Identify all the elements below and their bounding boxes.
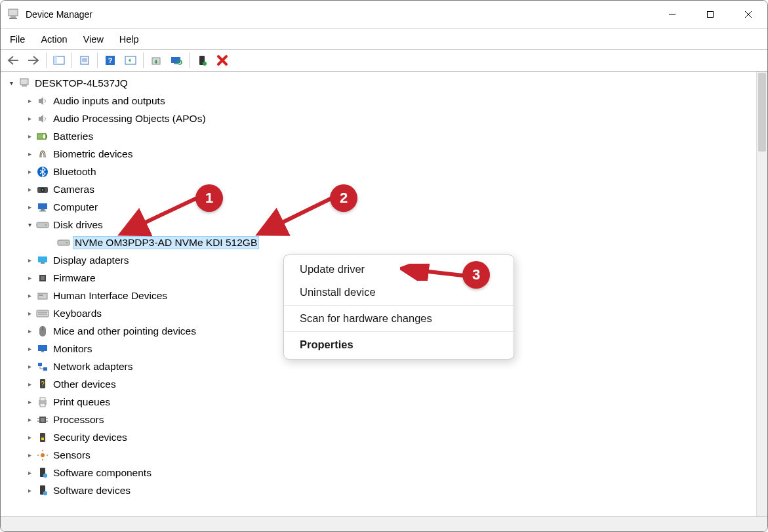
tree-category-label: Other devices (52, 379, 117, 390)
chevron-right-icon[interactable]: ▸ (24, 345, 35, 352)
chevron-right-icon[interactable]: ▸ (24, 363, 35, 370)
update-driver-button[interactable] (146, 51, 166, 70)
action-button[interactable] (121, 51, 140, 70)
chevron-right-icon[interactable]: ▸ (24, 310, 35, 317)
chevron-right-icon[interactable]: ▸ (24, 434, 35, 441)
tree-category[interactable]: ▸Audio Processing Objects (APOs) (1, 110, 756, 127)
back-button[interactable] (3, 51, 23, 70)
vertical-scrollbar[interactable] (756, 72, 767, 516)
menu-file[interactable]: File (2, 31, 33, 47)
svg-rect-50 (41, 351, 44, 352)
menu-help[interactable]: Help (111, 31, 147, 47)
chevron-right-icon[interactable]: ▸ (24, 451, 35, 459)
tree-category[interactable]: ▸Software devices (1, 481, 756, 499)
tree-category[interactable]: ▸Security devices (1, 428, 756, 446)
help-button[interactable]: ? (100, 51, 120, 70)
app-icon (7, 8, 20, 21)
svg-rect-59 (41, 418, 45, 422)
cpu-icon (36, 413, 49, 426)
minimize-button[interactable] (653, 1, 691, 28)
svg-point-29 (42, 189, 44, 191)
menu-view[interactable]: View (75, 31, 111, 47)
keyboard-icon (36, 307, 49, 320)
chevron-right-icon[interactable]: ▸ (24, 274, 35, 281)
uninstall-device-button[interactable] (212, 51, 232, 70)
annotation-badge: 1 (195, 184, 223, 212)
tree-category-label: Print queues (52, 396, 111, 408)
firmware-icon (36, 272, 49, 285)
forward-button[interactable] (24, 51, 43, 70)
tree-category-label: Audio Processing Objects (APOs) (52, 113, 207, 125)
chevron-right-icon[interactable]: ▸ (24, 133, 35, 140)
tree-category[interactable]: ▸Batteries (1, 127, 756, 145)
tree-category[interactable]: ▸Audio inputs and outputs (1, 92, 756, 110)
tree-category-label: Processors (52, 414, 106, 426)
tree-category[interactable]: ▸Network adapters (1, 358, 756, 375)
chevron-right-icon[interactable]: ▸ (24, 97, 35, 104)
context-menu-item[interactable]: Properties (284, 333, 514, 356)
svg-rect-31 (41, 209, 45, 211)
chevron-right-icon[interactable]: ▸ (24, 380, 35, 388)
tree-category-label: Security devices (52, 432, 129, 443)
other-icon: ? (36, 378, 49, 391)
properties-button[interactable] (75, 51, 94, 70)
context-menu-separator (285, 331, 513, 332)
tree-category[interactable]: ▸Biometric devices (1, 145, 756, 163)
tree-category[interactable]: ▸Processors (1, 411, 756, 428)
chevron-right-icon[interactable]: ▸ (24, 150, 35, 157)
chevron-right-icon[interactable]: ▸ (24, 203, 35, 211)
tree-category[interactable]: ▸Software components (1, 464, 756, 481)
chevron-right-icon[interactable]: ▸ (24, 327, 35, 335)
mouse-icon (36, 325, 49, 338)
svg-rect-25 (38, 134, 43, 138)
context-menu-item[interactable]: Scan for hardware changes (284, 307, 514, 330)
chevron-right-icon[interactable]: ▸ (24, 186, 35, 193)
svg-rect-21 (20, 79, 28, 85)
svg-point-68 (43, 473, 47, 477)
speaker-icon (36, 112, 49, 125)
show-hide-console-button[interactable] (49, 51, 69, 70)
printer-icon (36, 396, 49, 409)
close-button[interactable] (729, 1, 767, 28)
svg-line-71 (125, 198, 197, 232)
scroll-thumb[interactable] (758, 73, 766, 152)
enable-device-button[interactable] (192, 51, 212, 70)
chevron-right-icon[interactable]: ▸ (24, 398, 35, 405)
tree-category[interactable]: ▸Cameras (1, 180, 756, 198)
scan-hardware-button[interactable] (167, 51, 186, 70)
svg-rect-30 (38, 203, 47, 209)
tree-category-label: Software components (52, 467, 153, 479)
svg-rect-0 (9, 9, 18, 16)
tree-root[interactable]: ▾DESKTOP-4L537JQ (1, 74, 756, 92)
tree-category[interactable]: ▸Sensors (1, 446, 756, 464)
chevron-right-icon[interactable]: ▸ (24, 469, 35, 476)
menu-action[interactable]: Action (33, 31, 75, 47)
tree-category[interactable]: ▸Print queues (1, 393, 756, 411)
tree-category-label: Monitors (52, 343, 93, 355)
tree-category[interactable]: ▾Disk drives (1, 216, 756, 234)
tree-category[interactable]: ▸Bluetooth (1, 163, 756, 180)
maximize-button[interactable] (691, 1, 729, 28)
chevron-down-icon[interactable]: ▾ (24, 221, 35, 228)
svg-rect-43 (41, 295, 43, 296)
svg-rect-65 (41, 438, 44, 440)
chevron-down-icon[interactable]: ▾ (6, 79, 16, 87)
software-icon (36, 484, 49, 497)
tree-device-label: NVMe OM3PDP3-AD NVMe KDI 512GB (73, 236, 259, 249)
hid-icon (36, 289, 49, 302)
chevron-right-icon[interactable]: ▸ (24, 292, 35, 299)
svg-rect-4 (708, 12, 714, 18)
tree-root-label: DESKTOP-4L537JQ (33, 77, 129, 89)
svg-text:?: ? (41, 380, 45, 388)
tree-category[interactable]: ▸?Other devices (1, 375, 756, 393)
chevron-right-icon[interactable]: ▸ (24, 168, 35, 175)
chevron-right-icon[interactable]: ▸ (24, 416, 35, 423)
svg-point-66 (41, 453, 45, 457)
chevron-right-icon[interactable]: ▸ (24, 115, 35, 122)
tree-category-label: Display adapters (52, 255, 130, 266)
tree-category[interactable]: ▸Computer (1, 198, 756, 216)
chevron-right-icon[interactable]: ▸ (24, 256, 35, 264)
tree-device[interactable]: NVMe OM3PDP3-AD NVMe KDI 512GB (1, 234, 756, 251)
chevron-right-icon[interactable]: ▸ (24, 487, 35, 494)
svg-rect-40 (41, 276, 45, 280)
